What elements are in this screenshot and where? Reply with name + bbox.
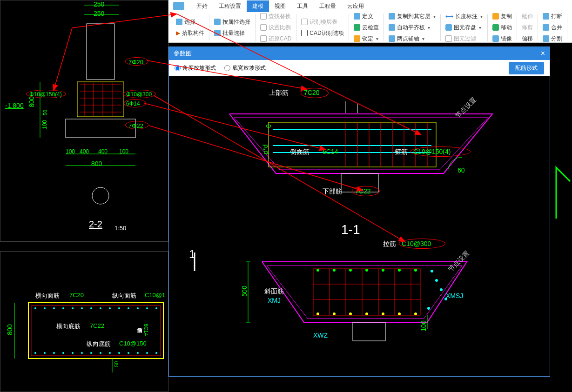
panel-canvas[interactable]: 上部筋 7C20 侧面筋 6C14 箍筋 C10@150(4) 60 p*d 0… — [169, 76, 550, 376]
batch-icon — [214, 30, 221, 36]
svg-point-27 — [365, 269, 368, 272]
stirrup-label: 箍筋 — [395, 148, 408, 156]
cloud-check-button[interactable]: 云检查 — [352, 23, 381, 33]
close-icon[interactable]: × — [541, 49, 545, 58]
xmsj-code[interactable]: XMSJ — [446, 292, 463, 299]
select-button[interactable]: 选择 — [174, 17, 206, 27]
tab-cloud[interactable]: 云应用 — [342, 0, 370, 12]
tab-quantity[interactable]: 工程量 — [314, 0, 342, 12]
lock-button[interactable]: 锁定▾ — [352, 34, 381, 44]
len-dim-button[interactable]: ⟷长度标注▾ — [444, 12, 485, 21]
svg-point-81 — [146, 307, 148, 309]
svg-point-29 — [398, 269, 401, 272]
split-button[interactable]: 分割 — [541, 34, 564, 44]
define-button[interactable]: 定义 — [352, 12, 381, 21]
tab-tools[interactable]: 工具 — [291, 0, 314, 12]
align-button[interactable]: 对齐▾ — [570, 12, 572, 21]
offset-button[interactable]: 偏移 — [520, 34, 535, 44]
split-icon — [543, 35, 549, 42]
app-icon[interactable] — [173, 2, 184, 10]
dim-50-lb: 50 — [114, 361, 119, 367]
node-setting-button-1[interactable]: 节点设置 — [454, 96, 478, 120]
top-rebar-highlight — [301, 88, 329, 98]
tie-rebar-highlight — [399, 239, 445, 249]
node-setting-button-2[interactable]: 节点设置 — [447, 249, 471, 273]
dim-800b: 800 — [91, 160, 102, 167]
v-bot-value: C10@150 — [119, 340, 147, 347]
pxd-label: p*d — [262, 144, 269, 154]
height-500: 500 — [241, 286, 248, 296]
param-panel: 参数图 × 角度放坡形式 底宽放坡形式 配筋形式 — [168, 47, 550, 377]
d7phi22-highlight — [125, 121, 148, 129]
auto-align-button[interactable]: 自动平齐板▾ — [387, 23, 437, 33]
svg-point-31 — [316, 312, 319, 315]
elev-label: -1.800 — [5, 102, 24, 109]
svg-point-88 — [81, 352, 83, 354]
tab-modeling[interactable]: 建模 — [247, 0, 269, 12]
tab-start[interactable]: 开始 — [191, 0, 213, 12]
svg-point-90 — [100, 352, 101, 354]
svg-point-33 — [349, 312, 352, 315]
copy-to-layer-button[interactable]: 复制到其它层▾ — [387, 12, 437, 21]
svg-point-82 — [155, 307, 157, 309]
tab-project-settings[interactable]: 工程设置 — [213, 0, 247, 12]
copy-icon — [492, 13, 499, 20]
elem-store-button[interactable]: 图元存盘▾ — [444, 23, 485, 33]
top-rebar-label: 上部筋 — [269, 89, 289, 97]
elem-filter-button[interactable]: 图元过滤 — [444, 34, 485, 44]
pick-member-button[interactable]: ▶拾取构件 — [174, 28, 206, 38]
svg-point-86 — [62, 352, 64, 354]
break-icon — [543, 13, 549, 20]
mirror-button[interactable]: 镜像 — [491, 34, 514, 44]
batch-select-button[interactable]: 批量选择 — [212, 28, 252, 38]
svg-point-93 — [128, 352, 129, 354]
ribbon: 开始 工程设置 建模 视图 工具 工程量 云应用 选择 ▶拾取构件 按属性选择 … — [168, 0, 572, 43]
rotate-button[interactable]: 旋转 — [570, 34, 572, 44]
set-scale-button[interactable]: 设置比例 — [258, 23, 293, 33]
break-button[interactable]: 打断 — [541, 12, 564, 21]
left-cad-view-top[interactable]: 250 250 800 -1.800 50 100 Φ10@150(4) Φ10… — [0, 0, 168, 242]
svg-point-69 — [34, 307, 36, 309]
svg-rect-52 — [77, 82, 124, 117]
extend-button[interactable]: 延伸 — [520, 12, 535, 21]
cad-recog-button[interactable]: CAD识别选项 — [299, 28, 345, 38]
side-rebar-value[interactable]: 6C14 — [323, 148, 338, 155]
svg-point-36 — [398, 312, 401, 315]
d6phi14-highlight — [124, 99, 146, 107]
dim-100a: 100 — [66, 148, 75, 155]
svg-point-25 — [333, 269, 336, 272]
merge-button[interactable]: 合并 — [541, 23, 564, 33]
h-bot-label: 横向底筋 — [56, 322, 81, 331]
move-button[interactable]: 移动 — [491, 23, 514, 33]
attr-select-button[interactable]: 按属性选择 — [212, 17, 252, 27]
svg-point-80 — [137, 307, 139, 309]
slant-rebar-code[interactable]: XMJ — [268, 297, 281, 304]
restore-cad-button[interactable]: 还原CAD — [258, 34, 293, 44]
xwz-code[interactable]: XWZ — [313, 332, 328, 339]
slant-rebar-label: 斜面筋 — [264, 287, 284, 296]
svg-point-28 — [382, 269, 384, 272]
scale-label: 1:50 — [114, 225, 126, 232]
radio-width-slope[interactable]: 底宽放坡形式 — [224, 64, 266, 72]
copy-button[interactable]: 复制 — [491, 12, 514, 21]
restore-icon — [260, 35, 267, 42]
left-cad-view-bottom[interactable]: 800 横向面筋 7C20 纵向面筋 C10@1 横向底筋 7C22 纵向底筋 … — [0, 251, 168, 392]
recog-floor-button[interactable]: 识别楼层表 — [299, 17, 345, 27]
panel-header: 参数图 × — [169, 47, 550, 60]
stirrup-highlight — [410, 146, 471, 157]
angle-value[interactable]: 60 — [458, 166, 465, 174]
svg-point-74 — [81, 307, 83, 309]
svg-point-96 — [155, 352, 157, 354]
delete-button[interactable]: ✖删除 — [570, 23, 572, 33]
svg-point-85 — [53, 352, 55, 354]
tab-view[interactable]: 视图 — [269, 0, 291, 12]
svg-point-34 — [365, 312, 368, 315]
svg-point-72 — [62, 307, 64, 309]
radio-angle-slope[interactable]: 角度放坡形式 — [175, 64, 216, 72]
svg-rect-15 — [313, 269, 420, 315]
two-pt-axis-button[interactable]: 两点辅轴▾ — [387, 34, 437, 44]
trim-button[interactable]: 修剪 — [520, 23, 535, 33]
svg-point-77 — [109, 307, 111, 309]
rebar-style-button[interactable]: 配筋形式 — [509, 62, 544, 74]
find-replace-button[interactable]: 查找替换 — [258, 12, 293, 21]
